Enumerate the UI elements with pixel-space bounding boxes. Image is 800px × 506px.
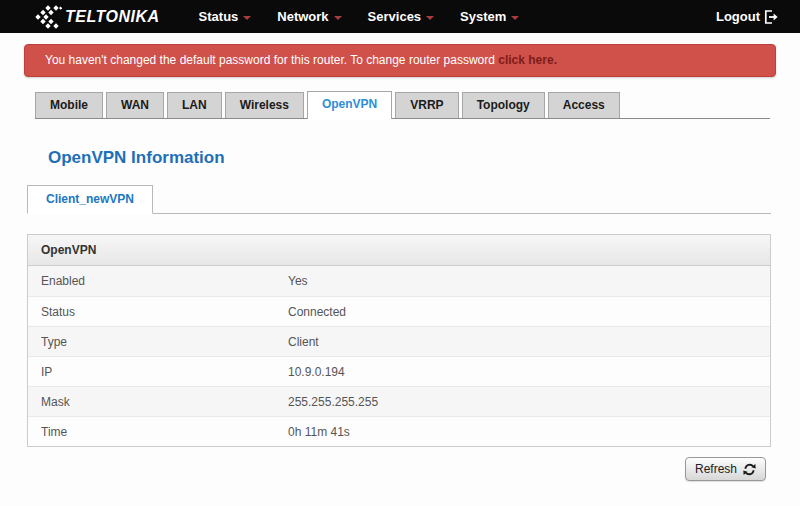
table-row-mask: Mask 255.255.255.255 bbox=[28, 386, 770, 416]
refresh-button-label: Refresh bbox=[695, 462, 737, 476]
tab-wireless[interactable]: Wireless bbox=[225, 92, 304, 118]
row-label: Enabled bbox=[28, 274, 288, 288]
refresh-icon bbox=[743, 463, 756, 476]
table-row-status: Status Connected bbox=[28, 296, 770, 326]
menu-status-label: Status bbox=[199, 9, 239, 24]
table-header: OpenVPN bbox=[28, 235, 770, 266]
main-menu: Status Network Services System bbox=[186, 9, 533, 24]
menu-system-label: System bbox=[460, 9, 506, 24]
row-label: Time bbox=[28, 425, 288, 439]
row-value: 0h 11m 41s bbox=[288, 425, 770, 439]
tab-access[interactable]: Access bbox=[548, 92, 620, 118]
table-row-type: Type Client bbox=[28, 326, 770, 356]
tab-mobile[interactable]: Mobile bbox=[35, 92, 103, 118]
menu-services[interactable]: Services bbox=[355, 9, 448, 24]
menu-network-label: Network bbox=[277, 9, 328, 24]
tab-topology[interactable]: Topology bbox=[462, 92, 545, 118]
logout-button[interactable]: Logout bbox=[716, 9, 778, 24]
row-value: Client bbox=[288, 335, 770, 349]
teltonika-chevron-icon bbox=[35, 5, 62, 29]
subtab-client-newvpn[interactable]: Client_newVPN bbox=[27, 185, 153, 214]
table-row-enabled: Enabled Yes bbox=[28, 266, 770, 296]
row-label: Mask bbox=[28, 395, 288, 409]
logout-icon bbox=[764, 10, 778, 24]
section-tabs: Mobile WAN LAN Wireless OpenVPN VRRP Top… bbox=[35, 91, 770, 119]
vpn-instance-tabs: Client_newVPN bbox=[27, 185, 771, 214]
menu-status[interactable]: Status bbox=[186, 9, 265, 24]
openvpn-info-table: OpenVPN Enabled Yes Status Connected Typ… bbox=[27, 234, 771, 447]
tab-openvpn[interactable]: OpenVPN bbox=[307, 91, 392, 119]
actions-bar: Refresh bbox=[0, 457, 766, 481]
brand-name: TELTONIKA bbox=[65, 8, 160, 26]
chevron-down-icon bbox=[243, 16, 251, 20]
top-navbar: TELTONIKA Status Network Services System… bbox=[0, 0, 800, 33]
row-label: IP bbox=[28, 365, 288, 379]
tab-vrrp[interactable]: VRRP bbox=[395, 92, 458, 118]
chevron-down-icon bbox=[426, 16, 434, 20]
row-value: Connected bbox=[288, 305, 770, 319]
tab-wan[interactable]: WAN bbox=[106, 92, 164, 118]
logout-label: Logout bbox=[716, 9, 760, 24]
table-body: Enabled Yes Status Connected Type Client… bbox=[28, 266, 770, 446]
refresh-button[interactable]: Refresh bbox=[685, 457, 766, 481]
menu-system[interactable]: System bbox=[447, 9, 532, 24]
change-password-link[interactable]: click here. bbox=[498, 53, 557, 67]
password-warning-banner: You haven't changed the default password… bbox=[24, 44, 776, 77]
row-value: 255.255.255.255 bbox=[288, 395, 770, 409]
row-label: Status bbox=[28, 305, 288, 319]
row-value: Yes bbox=[288, 274, 770, 288]
table-row-time: Time 0h 11m 41s bbox=[28, 416, 770, 446]
table-row-ip: IP 10.9.0.194 bbox=[28, 356, 770, 386]
password-warning-text: You haven't changed the default password… bbox=[45, 53, 495, 67]
brand-logo[interactable]: TELTONIKA bbox=[35, 5, 160, 29]
chevron-down-icon bbox=[511, 16, 519, 20]
chevron-down-icon bbox=[334, 16, 342, 20]
row-label: Type bbox=[28, 335, 288, 349]
row-value: 10.9.0.194 bbox=[288, 365, 770, 379]
tab-lan[interactable]: LAN bbox=[167, 92, 222, 118]
menu-network[interactable]: Network bbox=[264, 9, 354, 24]
menu-services-label: Services bbox=[368, 9, 422, 24]
page-title: OpenVPN Information bbox=[48, 148, 800, 168]
